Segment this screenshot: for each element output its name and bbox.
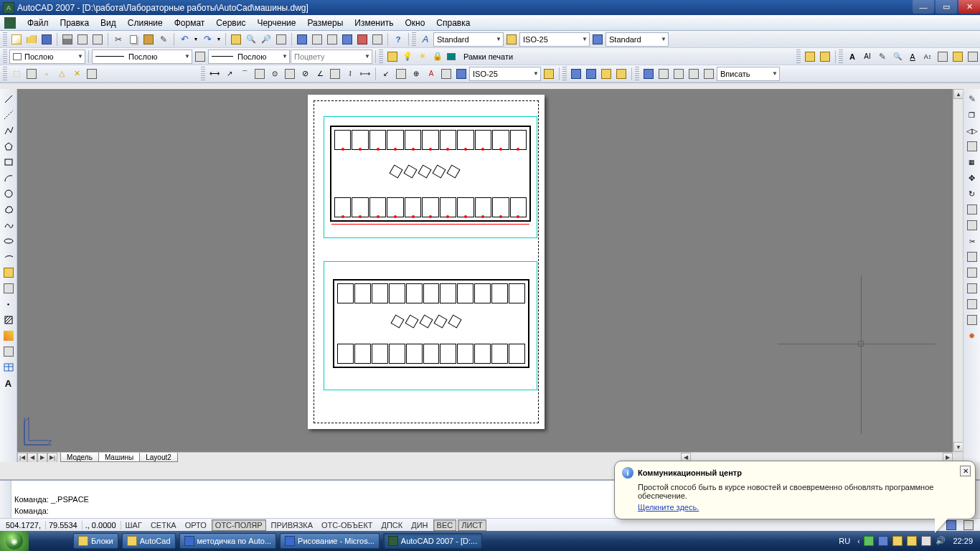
scaletext-button[interactable]: A↕	[920, 50, 935, 64]
osnap-mid-button[interactable]: △	[55, 67, 69, 81]
new-button[interactable]	[9, 32, 24, 47]
copy-tool[interactable]: ❐	[965, 108, 979, 122]
hatch-tool[interactable]	[1, 313, 16, 327]
dimstyle-mgr-button[interactable]	[542, 67, 556, 81]
stretch-tool[interactable]	[965, 218, 979, 232]
plotstyle-combo[interactable]: Поцвету▼	[291, 50, 372, 64]
balloon-link[interactable]: Щелкните здесь.	[638, 503, 968, 512]
copy-button[interactable]	[126, 32, 141, 47]
cut-button[interactable]: ✂	[111, 32, 126, 47]
status-toggle-сетка[interactable]: СЕТКА	[147, 519, 180, 531]
ellipse-tool[interactable]	[1, 234, 16, 248]
toolbar-grip[interactable]	[3, 50, 7, 64]
publish-button[interactable]	[90, 32, 105, 47]
dtext-button[interactable]: AI	[860, 50, 875, 64]
tab-model[interactable]: Модель	[60, 453, 99, 462]
tablestyle-icon[interactable]	[590, 32, 605, 47]
linetype-combo[interactable]: Послою▼	[92, 50, 192, 64]
tray-lock-icon[interactable]	[921, 536, 931, 546]
block-insert-tool[interactable]	[1, 265, 16, 280]
status-toggle-дин[interactable]: ДИН	[407, 519, 431, 531]
layprev-button[interactable]	[818, 50, 832, 64]
vport-obj-button[interactable]	[687, 67, 701, 81]
status-toggle-привязка[interactable]: ПРИВЯЗКА	[268, 519, 316, 531]
menu-draw[interactable]: Черчение	[251, 17, 301, 29]
break-tool[interactable]	[965, 265, 979, 280]
zoom-win-button[interactable]: 🔎	[259, 32, 273, 47]
tray-comm-center-icon[interactable]	[907, 536, 917, 546]
rectangle-tool[interactable]	[1, 155, 16, 169]
redo-dd-button[interactable]: ▼	[215, 32, 222, 47]
toolbar-grip[interactable]	[379, 50, 383, 64]
dimord-button[interactable]	[253, 67, 267, 81]
join-tool[interactable]	[965, 281, 979, 296]
drawing-canvas[interactable]: ▲ ▼ |◀ ◀ ▶ ▶| Модель Машины Layout2 ◀ ▶	[17, 89, 963, 462]
zoom-rt-button[interactable]: 🔍	[244, 32, 258, 47]
balloon-close-button[interactable]: ✕	[960, 466, 971, 476]
justifytext-button[interactable]	[936, 50, 950, 64]
osnap-end-button[interactable]: ▫	[39, 67, 54, 81]
help-button[interactable]: ?	[391, 32, 405, 47]
language-indicator[interactable]: RU	[836, 537, 853, 545]
spellcheck-button[interactable]: A	[905, 50, 920, 64]
markup-button[interactable]	[355, 32, 369, 47]
status-toggle-орто[interactable]: ОРТО	[182, 519, 210, 531]
style-button[interactable]	[966, 50, 980, 64]
menu-dimension[interactable]: Размеры	[301, 17, 349, 29]
maximize-button[interactable]: ▭	[936, 0, 957, 14]
status-toggle-лист[interactable]: ЛИСТ	[458, 519, 486, 531]
vertical-scrollbar[interactable]: ▲ ▼	[953, 89, 963, 452]
revcloud-tool[interactable]	[1, 202, 16, 217]
maximize-viewport[interactable]	[961, 518, 976, 532]
draworder-below-button[interactable]	[614, 67, 628, 81]
menu-modify[interactable]: Изменить	[349, 17, 399, 29]
paste-button[interactable]	[141, 32, 156, 47]
table-tool[interactable]	[1, 360, 16, 375]
plot-button[interactable]	[60, 32, 75, 47]
dimcen-button[interactable]: ⊕	[409, 67, 423, 81]
gradient-tool[interactable]	[1, 329, 16, 343]
pan-button[interactable]	[229, 32, 243, 47]
dimtedit-button[interactable]	[439, 67, 453, 81]
polygon-tool[interactable]	[1, 139, 16, 154]
toolbar-grip[interactable]	[796, 50, 801, 64]
point-tool[interactable]: ●	[1, 297, 16, 311]
offset-tool[interactable]	[965, 139, 979, 154]
trim-tool[interactable]: ✂	[965, 234, 979, 248]
osnap-none-button[interactable]	[85, 67, 99, 81]
menu-tools[interactable]: Сервис	[210, 17, 251, 29]
toolbar-grip[interactable]	[3, 32, 7, 47]
menu-edit[interactable]: Правка	[55, 17, 95, 29]
vport-poly-button[interactable]	[672, 67, 686, 81]
dc-button[interactable]	[310, 32, 324, 47]
move-tool[interactable]: ✥	[965, 171, 979, 185]
status-toggle-отс-поляр[interactable]: ОТС-ПОЛЯР	[212, 519, 266, 531]
extend-tool[interactable]	[965, 250, 979, 264]
ssm-button[interactable]	[340, 32, 354, 47]
linetype-mgr-button[interactable]	[193, 50, 207, 64]
mtext-button[interactable]: A	[845, 50, 859, 64]
dimarc-button[interactable]: ⌒	[237, 67, 252, 81]
dimcont-button[interactable]: ⟼	[358, 67, 372, 81]
matchprop-button[interactable]: ✎	[156, 32, 171, 47]
explode-tool[interactable]: ✸	[965, 329, 979, 343]
osnap-from-button[interactable]	[24, 67, 39, 81]
block-make-tool[interactable]	[1, 281, 16, 296]
txt2mtxt-button[interactable]	[951, 50, 965, 64]
draworder-front-button[interactable]	[569, 67, 583, 81]
region-tool[interactable]	[1, 344, 16, 359]
qdim-button[interactable]	[328, 67, 342, 81]
viewport-1[interactable]	[324, 116, 537, 238]
toolbar-grip[interactable]	[201, 67, 205, 81]
xline-tool[interactable]	[1, 108, 16, 122]
open-button[interactable]	[24, 32, 39, 47]
tolerance-button[interactable]	[394, 67, 408, 81]
color-combo[interactable]: Послою▼	[9, 50, 85, 64]
taskbar-item[interactable]: Рисование - Micros...	[280, 533, 380, 549]
find-button[interactable]: 🔍	[890, 50, 905, 64]
layiso-button[interactable]	[803, 50, 817, 64]
tab-first[interactable]: |◀	[17, 453, 27, 463]
layer-color-icon[interactable]	[446, 50, 460, 64]
tray-chevron-icon[interactable]: ‹	[857, 537, 859, 545]
scale-tool[interactable]	[965, 202, 979, 217]
